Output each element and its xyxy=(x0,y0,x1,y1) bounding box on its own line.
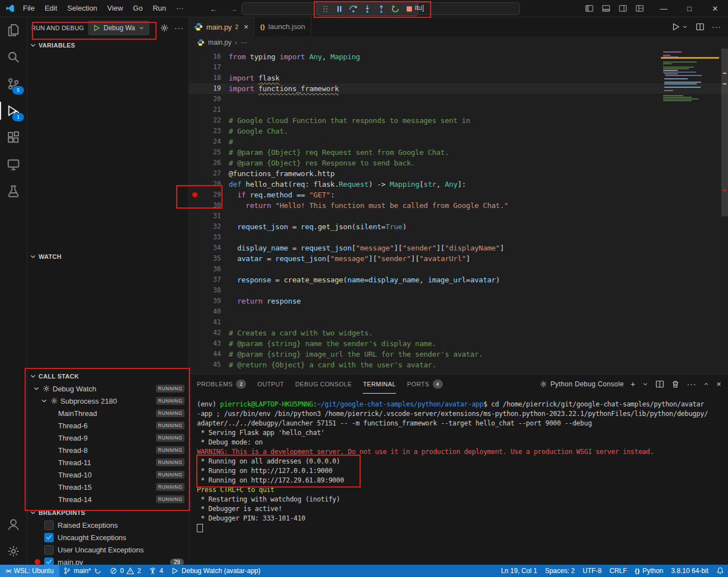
code-area[interactable]: 16from typing import Any, Mapping1718imp… xyxy=(188,49,728,373)
terminal-dropdown-icon[interactable] xyxy=(642,381,649,387)
code-text[interactable] xyxy=(221,62,229,73)
account-icon[interactable] xyxy=(0,511,27,538)
breakpoint-gutter[interactable] xyxy=(188,158,201,168)
breakpoint-gutter[interactable] xyxy=(188,275,201,285)
breadcrumb-item[interactable]: main.py xyxy=(208,39,231,46)
kill-terminal-icon[interactable] xyxy=(671,380,680,389)
terminal-output[interactable]: (env) pierrick@LAPTOP-HKU5PNNG:~/git/goo… xyxy=(188,394,728,565)
remote-indicator[interactable]: >< WSL: Ubuntu xyxy=(0,565,59,577)
breakpoint-gutter[interactable] xyxy=(188,211,201,221)
menu-item-run[interactable]: Run xyxy=(148,0,171,17)
code-text[interactable]: # @param {string} image_url the URL for … xyxy=(221,349,483,360)
breakpoint-gutter[interactable] xyxy=(188,296,201,306)
code-text[interactable] xyxy=(221,94,229,105)
code-text[interactable]: import flask xyxy=(221,73,280,83)
breakpoint-gutter[interactable] xyxy=(188,190,201,200)
eol-indicator[interactable]: CRLF xyxy=(606,565,631,577)
split-editor-icon[interactable] xyxy=(696,22,705,31)
code-text[interactable] xyxy=(221,317,229,328)
tab-problems[interactable]: PROBLEMS 2 xyxy=(197,375,246,394)
callstack-row[interactable]: Thread-6RUNNING xyxy=(27,419,188,432)
code-text[interactable] xyxy=(221,285,229,296)
breakpoint-gutter[interactable] xyxy=(188,105,201,115)
breakpoint-gutter[interactable] xyxy=(188,62,201,73)
call-stack-header[interactable]: CALL STACK xyxy=(27,370,188,382)
code-text[interactable]: # Creates a card with two widgets. xyxy=(221,328,373,338)
navigate-back-button[interactable]: ← xyxy=(210,4,218,13)
breakpoint-gutter[interactable] xyxy=(188,264,201,275)
toggle-secondary-sidebar-icon[interactable] xyxy=(618,4,627,13)
breakpoint-gutter[interactable] xyxy=(188,115,201,126)
new-terminal-button[interactable]: + xyxy=(631,380,636,389)
breakpoint-gutter[interactable] xyxy=(188,221,201,232)
step-over-button[interactable] xyxy=(349,4,358,13)
close-tab-icon[interactable]: × xyxy=(244,22,248,31)
code-text[interactable]: request_json = req.get_json(silent=True) xyxy=(221,221,406,232)
code-text[interactable]: # @return {Object} a card with the user'… xyxy=(221,360,436,370)
start-debug-icon[interactable] xyxy=(93,24,101,32)
chevron-down-icon[interactable] xyxy=(40,397,48,405)
toggle-sidebar-icon[interactable] xyxy=(585,4,594,13)
code-text[interactable]: return response xyxy=(221,296,301,306)
breakpoint-row[interactable]: Raised Exceptions xyxy=(27,519,188,531)
code-text[interactable]: response = create_message(name=display_n… xyxy=(221,275,500,285)
code-text[interactable]: # Google Chat. xyxy=(221,126,288,136)
breakpoint-gutter[interactable] xyxy=(188,51,201,62)
breakpoint-icon[interactable] xyxy=(192,192,197,197)
drag-handle-icon[interactable] xyxy=(321,4,330,13)
code-text[interactable] xyxy=(221,105,229,115)
code-text[interactable]: def hello_chat(req: flask.Request) -> Ma… xyxy=(221,179,466,190)
step-out-button[interactable] xyxy=(377,4,386,13)
breakpoint-gutter[interactable] xyxy=(188,232,201,243)
breakpoint-gutter[interactable] xyxy=(188,338,201,349)
code-text[interactable]: # @param {Object} req Request sent from … xyxy=(221,147,449,158)
breakpoint-gutter[interactable] xyxy=(188,328,201,338)
chevron-down-icon[interactable] xyxy=(32,385,40,392)
breakpoint-row[interactable]: Uncaught Exceptions xyxy=(27,531,188,543)
code-text[interactable] xyxy=(221,232,229,243)
callstack-row[interactable]: Thread-11RUNNING xyxy=(27,456,188,469)
close-button[interactable]: ✕ xyxy=(702,0,728,17)
testing-icon[interactable] xyxy=(0,178,27,205)
breadcrumb-item[interactable]: ··· xyxy=(240,39,247,46)
callstack-row[interactable]: Thread-14RUNNING xyxy=(27,493,188,505)
menu-item-more[interactable]: ··· xyxy=(171,0,188,17)
minimap[interactable] xyxy=(663,51,717,102)
breakpoint-gutter[interactable] xyxy=(188,253,201,264)
code-text[interactable]: # @param {Object} res Response to send b… xyxy=(221,158,415,168)
variables-header[interactable]: VARIABLES xyxy=(27,39,188,51)
extensions-icon[interactable] xyxy=(0,124,27,151)
settings-gear-icon[interactable] xyxy=(0,538,27,565)
cursor-position[interactable]: Ln 19, Col 1 xyxy=(497,565,541,577)
code-text[interactable]: # xyxy=(221,136,233,147)
breakpoints-header[interactable]: BREAKPOINTS xyxy=(27,507,188,519)
source-control-icon[interactable]: 5 xyxy=(0,70,27,97)
code-text[interactable] xyxy=(221,264,229,275)
breakpoint-checkbox[interactable] xyxy=(44,545,54,555)
python-interpreter[interactable]: 3.8.10 64-bit xyxy=(667,565,712,577)
encoding-indicator[interactable]: UTF-8 xyxy=(579,565,606,577)
more-actions-icon[interactable]: ··· xyxy=(174,23,184,32)
editor-scrollbar[interactable] xyxy=(721,49,728,216)
breakpoint-checkbox[interactable] xyxy=(44,533,54,542)
customize-layout-icon[interactable] xyxy=(635,4,644,13)
breakpoint-gutter[interactable] xyxy=(188,147,201,158)
code-text[interactable]: # @param {string} name the sender's disp… xyxy=(221,338,436,349)
breakpoint-row[interactable]: main.py29 xyxy=(27,556,188,565)
toggle-panel-icon[interactable] xyxy=(602,4,611,13)
code-text[interactable]: avatar = request_json["message"]["sender… xyxy=(221,253,470,264)
explorer-icon[interactable] xyxy=(0,17,27,44)
breakpoint-checkbox[interactable] xyxy=(44,521,54,530)
forwarded-ports-indicator[interactable]: 4 xyxy=(145,565,167,577)
search-icon[interactable] xyxy=(0,44,27,70)
breakpoint-gutter[interactable] xyxy=(188,179,201,190)
menu-item-view[interactable]: View xyxy=(102,0,128,17)
code-text[interactable]: @functions_framework.http xyxy=(221,168,334,179)
close-panel-icon[interactable]: × xyxy=(716,380,721,389)
navigate-forward-button[interactable]: → xyxy=(229,4,238,13)
maximize-button[interactable]: □ xyxy=(677,0,702,17)
callstack-row[interactable]: Thread-10RUNNING xyxy=(27,469,188,481)
callstack-row[interactable]: Subprocess 2180RUNNING xyxy=(27,395,188,407)
more-actions-icon[interactable]: ··· xyxy=(687,380,696,389)
callstack-row[interactable]: Debug WatchRUNNING xyxy=(27,382,188,395)
